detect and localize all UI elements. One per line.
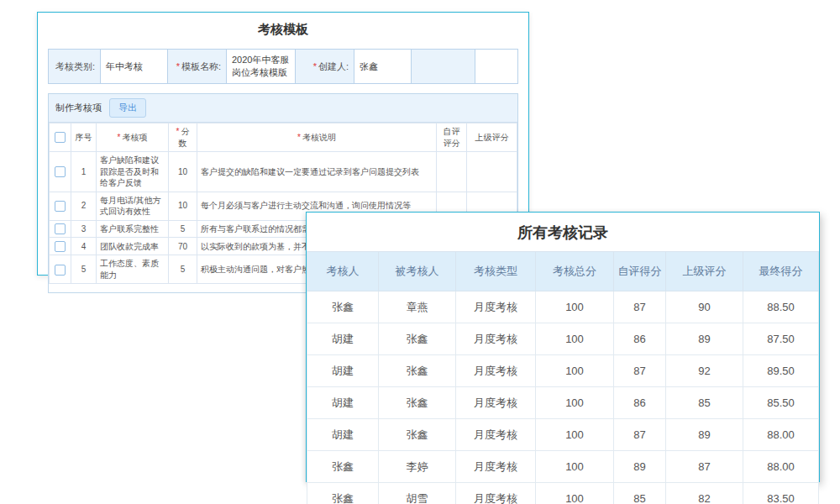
required-mark: * xyxy=(297,133,301,142)
assessment-type: 月度考核 xyxy=(456,387,536,419)
self-score: 89 xyxy=(614,451,666,483)
final-score: 88.00 xyxy=(743,419,819,451)
total-score: 100 xyxy=(536,451,614,483)
total-score: 100 xyxy=(536,323,614,355)
item-self-score xyxy=(437,152,467,192)
assessee: 张鑫 xyxy=(379,387,456,419)
final-score: 88.00 xyxy=(743,451,819,483)
assessor: 胡建 xyxy=(307,387,379,419)
row-checkbox[interactable] xyxy=(55,201,66,212)
assessor: 张鑫 xyxy=(307,451,379,483)
assessment-type: 月度考核 xyxy=(456,355,536,387)
assessor: 胡建 xyxy=(307,323,379,355)
header-no: 序号 xyxy=(71,123,97,152)
header-total-score: 考核总分 xyxy=(536,252,614,291)
header-superior-score: 上级评分 xyxy=(666,252,743,291)
superior-score: 89 xyxy=(666,323,743,355)
item-name: 每月电话/其他方式回访有效性 xyxy=(97,192,169,220)
required-mark: * xyxy=(176,127,180,136)
self-score: 87 xyxy=(614,291,666,323)
template-panel-title: 考核模板 xyxy=(38,22,528,38)
template-form: 考核类别: 年中考核 * 模板名称: 2020年中客服岗位考核模版 * 创建人:… xyxy=(48,49,518,84)
assessment-type: 月度考核 xyxy=(456,451,536,483)
assessment-type: 月度考核 xyxy=(456,483,536,504)
row-checkbox[interactable] xyxy=(55,223,66,234)
empty-label-cell xyxy=(412,50,475,83)
assessee: 章燕 xyxy=(379,291,456,323)
record-row: 胡建 张鑫 月度考核 100 86 85 85.50 xyxy=(307,387,819,419)
items-toolbar: 制作考核项 导出 xyxy=(49,94,517,123)
assessor: 胡建 xyxy=(307,355,379,387)
header-assessment-type: 考核类型 xyxy=(456,252,536,291)
self-score: 87 xyxy=(614,355,666,387)
superior-score: 85 xyxy=(666,387,743,419)
record-row: 胡建 张鑫 月度考核 100 87 92 89.50 xyxy=(307,355,819,387)
item-name: 团队收款完成率 xyxy=(97,238,169,255)
total-score: 100 xyxy=(536,419,614,451)
record-row: 张鑫 胡雪 月度考核 100 85 82 83.50 xyxy=(307,483,819,504)
total-score: 100 xyxy=(536,355,614,387)
required-mark: * xyxy=(313,61,317,71)
header-self-score: 自评得分 xyxy=(614,252,666,291)
assessee: 李婷 xyxy=(379,451,456,483)
record-row: 张鑫 李婷 月度考核 100 89 87 88.00 xyxy=(307,451,819,483)
assessee: 张鑫 xyxy=(379,419,456,451)
empty-value-cell xyxy=(475,50,517,83)
assessor: 张鑫 xyxy=(307,483,379,504)
items-header-row: 序号 *考核项 *分数 *考核说明 自评评分 上级评分 xyxy=(50,123,517,152)
final-score: 89.50 xyxy=(743,355,819,387)
assessment-records-panel: 所有考核记录 考核人 被考核人 考核类型 考核总分 自评得分 上级评分 最终得分… xyxy=(306,212,820,482)
header-assessor: 考核人 xyxy=(307,252,379,291)
final-score: 88.50 xyxy=(743,291,819,323)
item-no: 2 xyxy=(71,192,97,220)
superior-score: 90 xyxy=(666,291,743,323)
required-mark: * xyxy=(176,61,180,71)
final-score: 85.50 xyxy=(743,387,819,419)
item-no: 5 xyxy=(71,255,97,284)
header-checkbox-cell xyxy=(50,123,71,152)
final-score: 87.50 xyxy=(743,323,819,355)
row-checkbox[interactable] xyxy=(55,265,66,276)
self-score: 87 xyxy=(614,419,666,451)
item-no: 3 xyxy=(71,220,97,238)
item-superior-score xyxy=(467,152,517,192)
total-score: 100 xyxy=(536,387,614,419)
item-score: 70 xyxy=(169,238,197,255)
export-button[interactable]: 导出 xyxy=(109,98,146,118)
required-mark: * xyxy=(118,133,121,142)
select-all-checkbox[interactable] xyxy=(55,132,66,143)
category-value: 年中考核 xyxy=(101,50,168,83)
assessee: 张鑫 xyxy=(379,355,456,387)
item-score: 10 xyxy=(169,192,197,220)
header-item: *考核项 xyxy=(97,123,169,152)
total-score: 100 xyxy=(536,291,614,323)
item-score: 5 xyxy=(169,255,197,284)
creator-label: * 创建人: xyxy=(296,50,354,83)
record-row: 张鑫 章燕 月度考核 100 87 90 88.50 xyxy=(307,291,819,323)
assessment-type: 月度考核 xyxy=(456,291,536,323)
template-name-label: * 模板名称: xyxy=(168,50,227,83)
item-no: 1 xyxy=(71,152,97,192)
total-score: 100 xyxy=(536,483,614,504)
assessor: 张鑫 xyxy=(307,291,379,323)
self-score: 85 xyxy=(614,483,666,504)
final-score: 83.50 xyxy=(743,483,819,504)
category-label: 考核类别: xyxy=(49,50,101,83)
header-superior-score: 上级评分 xyxy=(467,123,517,152)
item-score: 10 xyxy=(169,152,197,192)
item-name: 客户缺陷和建议跟踪是否及时和给客户反馈 xyxy=(97,152,169,192)
record-row: 胡建 张鑫 月度考核 100 86 89 87.50 xyxy=(307,323,819,355)
assessor: 胡建 xyxy=(307,419,379,451)
item-row: 1 客户缺陷和建议跟踪是否及时和给客户反馈 10 客户提交的缺陷和建议一定要通过… xyxy=(50,152,517,192)
make-items-label: 制作考核项 xyxy=(55,102,102,114)
row-checkbox[interactable] xyxy=(55,166,66,177)
item-name: 工作态度、素质能力 xyxy=(97,255,169,284)
row-checkbox[interactable] xyxy=(55,241,66,252)
item-name: 客户联系完整性 xyxy=(97,220,169,238)
header-final-score: 最终得分 xyxy=(743,252,819,291)
header-desc: *考核说明 xyxy=(197,123,437,152)
header-score: *分数 xyxy=(169,123,197,152)
assessee: 胡雪 xyxy=(379,483,456,504)
item-desc: 客户提交的缺陷和建议一定要通过记录到客户问题提交列表 xyxy=(197,152,437,192)
creator-value: 张鑫 xyxy=(354,50,412,83)
